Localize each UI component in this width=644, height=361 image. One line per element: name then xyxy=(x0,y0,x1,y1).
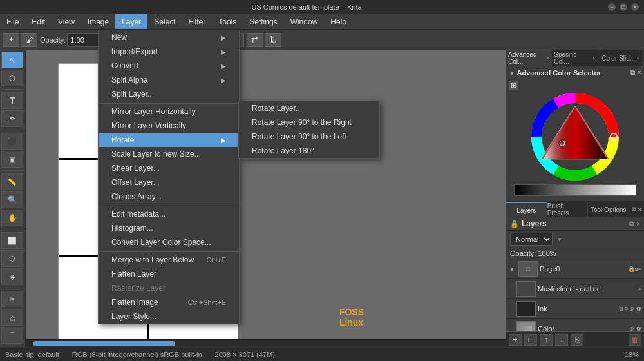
menu-layer[interactable]: Layer xyxy=(115,14,147,29)
left-toolbox: ↖ ⬡ T ✒ ⬛ ▣ 📏 🔍 ✋ ⬜ ⬡ ◈ ✂ △ ⌒ xyxy=(0,50,26,347)
layers-close-btn[interactable]: × xyxy=(638,206,641,213)
tool-transform[interactable]: ⬡ xyxy=(1,70,23,86)
tool-text[interactable]: T xyxy=(1,92,23,109)
tool-brush[interactable]: 🖌 xyxy=(21,33,37,47)
right-tabs: Advanced Col... × Specific Col... × Colo… xyxy=(506,50,644,66)
menu-convert-color-space[interactable]: Convert Layer Color Space... xyxy=(99,235,239,249)
menu-new[interactable]: New▶ xyxy=(99,30,239,44)
menu-mirror-v[interactable]: Mirror Layer Vertically xyxy=(99,119,239,133)
menu-help[interactable]: Help xyxy=(324,14,353,29)
layers-close-icon[interactable]: × xyxy=(636,220,640,228)
tool-zoom[interactable]: 🔍 xyxy=(1,191,23,208)
layers-float-icon[interactable]: ⧉ xyxy=(629,220,634,228)
tool-measure[interactable]: 📏 xyxy=(1,173,23,190)
layer-mask-clone[interactable]: Mask clone - outline ≡ xyxy=(506,279,644,299)
close-color-slides[interactable]: × xyxy=(636,55,639,61)
layers-tabs: Layers Brush Presets Tool Options ⧉ × xyxy=(506,202,644,217)
color-wheel-close[interactable]: × xyxy=(638,68,641,77)
color-gradient-bar[interactable] xyxy=(514,184,636,196)
menu-image[interactable]: Image xyxy=(81,14,115,29)
status-zoom: 18% xyxy=(625,351,639,358)
tab-brush-presets[interactable]: Brush Presets xyxy=(547,202,589,217)
mirror-h-btn[interactable]: ⇄ xyxy=(247,33,263,47)
layer-ink[interactable]: Ink α ≡ ⊕ ✿ xyxy=(506,299,644,319)
menu-convert[interactable]: Convert▶ xyxy=(99,59,239,73)
menu-tools[interactable]: Tools xyxy=(212,14,243,29)
menu-file[interactable]: File xyxy=(0,14,25,29)
tool-gradient[interactable]: ▣ xyxy=(1,151,23,168)
rotate-90-right[interactable]: Rotate Layer 90° to the Right xyxy=(239,115,379,130)
layers-title: Layers xyxy=(522,219,547,228)
layer-dropdown-menu: New▶ Import/Export▶ Convert▶ Split Alpha… xyxy=(98,30,240,324)
menu-layer-style[interactable]: Layer Style... xyxy=(99,309,239,324)
menu-flatten-image[interactable]: Flatten imageCtrl+Shift+E xyxy=(99,295,239,309)
layers-list: ▼ □ Page0 🔒α≡ Mask clone - outline ≡ Ink… xyxy=(506,259,644,331)
tool-shape[interactable]: △ xyxy=(1,309,23,326)
layer-copy-btn[interactable]: ⎘ xyxy=(571,334,583,346)
layer-thumb-page0: □ xyxy=(518,261,538,277)
minimize-button[interactable]: – xyxy=(608,3,616,11)
layer-add-btn[interactable]: + xyxy=(509,334,522,346)
menu-split-alpha[interactable]: Split Alpha▶ xyxy=(99,73,239,87)
maximize-button[interactable]: □ xyxy=(620,3,627,11)
opacity-label: Opacity: xyxy=(40,36,66,44)
menu-histogram[interactable]: Histogram... xyxy=(99,221,239,235)
layer-delete-btn[interactable]: 🗑 xyxy=(629,334,641,346)
close-specific-color[interactable]: × xyxy=(592,55,595,61)
layer-move-down-btn[interactable]: ↓ xyxy=(555,334,568,346)
tab-tool-options[interactable]: Tool Options xyxy=(588,202,629,217)
layers-panel: Layers Brush Presets Tool Options ⧉ × 🔒 … xyxy=(506,202,644,347)
tool-select-rect[interactable]: ⬜ xyxy=(1,232,23,249)
close-button[interactable]: × xyxy=(631,3,639,11)
menu-edit[interactable]: Edit xyxy=(25,14,52,29)
menu-settings[interactable]: Settings xyxy=(243,14,283,29)
tool-pan[interactable]: ✋ xyxy=(1,210,23,226)
menu-offset[interactable]: Offset Layer... xyxy=(99,175,239,190)
menu-merge-below[interactable]: Merge with Layer BelowCtrl+E xyxy=(99,251,239,267)
layer-group-btn[interactable]: □ xyxy=(524,334,537,346)
rotate-90-left[interactable]: Rotate Layer 90° to the Left xyxy=(239,130,379,144)
horizontal-scrollbar[interactable] xyxy=(26,339,506,347)
tab-layers[interactable]: Layers xyxy=(506,202,547,217)
layer-page0[interactable]: ▼ □ Page0 🔒α≡ xyxy=(506,259,644,279)
menu-filter[interactable]: Filter xyxy=(182,14,213,29)
close-advanced-color[interactable]: × xyxy=(546,55,549,61)
menu-split-layer[interactable]: Split Layer... xyxy=(99,87,239,101)
layers-footer: + □ ↑ ↓ ⎘ 🗑 xyxy=(506,331,644,347)
layers-float-btn[interactable]: ⧉ xyxy=(632,206,636,213)
tool-selector[interactable]: ✦ xyxy=(3,33,19,47)
rotate-layer[interactable]: Rotate Layer... xyxy=(239,101,379,115)
h-scroll-thumb[interactable] xyxy=(33,341,175,346)
tool-arrow[interactable]: ↖ xyxy=(1,52,23,68)
tab-color-slides[interactable]: Color Slid... × xyxy=(598,50,644,66)
mirror-group: ⇄ ⇅ xyxy=(247,33,281,47)
menu-view[interactable]: View xyxy=(52,14,81,29)
menu-mirror-h[interactable]: Mirror Layer Horizontally xyxy=(99,103,239,119)
mirror-v-btn[interactable]: ⇅ xyxy=(265,33,281,47)
menu-import-export[interactable]: Import/Export▶ xyxy=(99,44,239,59)
menu-clones[interactable]: Clones Array... xyxy=(99,190,239,204)
tool-calligraphy[interactable]: ✒ xyxy=(1,110,23,127)
tool-select-free[interactable]: ⬡ xyxy=(1,250,23,267)
tool-select-contiguous[interactable]: ◈ xyxy=(1,268,23,285)
layer-color[interactable]: Color ⊕ ✿ xyxy=(506,319,644,331)
tab-advanced-color[interactable]: Advanced Col... × xyxy=(506,50,552,66)
menu-flatten-layer[interactable]: Flatten Layer xyxy=(99,267,239,281)
tool-fill[interactable]: ⬛ xyxy=(1,133,23,150)
tool-path[interactable]: ⌒ xyxy=(1,327,23,344)
menu-edit-metadata[interactable]: Edit metadata... xyxy=(99,206,239,221)
color-wheel-float[interactable]: ⧉ xyxy=(630,68,635,77)
color-wheel-svg[interactable] xyxy=(514,92,636,182)
rotate-180[interactable]: Rotate Layer 180° xyxy=(239,144,379,158)
layer-thumb-ink xyxy=(516,301,536,317)
menu-shear[interactable]: Shear Layer... xyxy=(99,161,239,175)
tool-crop[interactable]: ✂ xyxy=(1,291,23,307)
menu-window[interactable]: Window xyxy=(284,14,325,29)
blend-mode-select[interactable]: Normal xyxy=(510,233,553,246)
menu-rotate[interactable]: Rotate▶ xyxy=(99,133,239,147)
tab-specific-color[interactable]: Specific Col... × xyxy=(552,50,598,66)
color-grid-icon[interactable]: ⊞ xyxy=(509,81,518,90)
menu-select[interactable]: Select xyxy=(147,14,182,29)
layer-move-up-btn[interactable]: ↑ xyxy=(540,334,553,346)
menu-scale[interactable]: Scale Layer to new Size... xyxy=(99,147,239,161)
